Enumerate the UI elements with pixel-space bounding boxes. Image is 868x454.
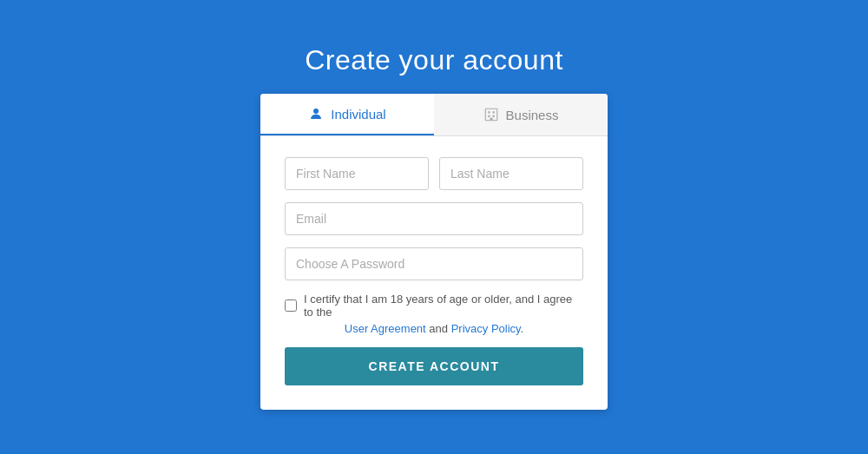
svg-rect-6 <box>490 118 492 121</box>
svg-rect-2 <box>488 111 490 113</box>
password-input[interactable] <box>285 247 583 280</box>
svg-rect-5 <box>492 115 494 117</box>
cert-links: User Agreement and Privacy Policy. <box>345 322 523 335</box>
tab-business[interactable]: Business <box>434 94 608 135</box>
building-icon <box>483 107 499 122</box>
cert-text: I certify that I am 18 years of age or o… <box>304 293 583 319</box>
tab-business-label: Business <box>506 108 559 122</box>
svg-point-0 <box>313 109 319 114</box>
registration-card: Individual Business <box>260 94 608 410</box>
last-name-input[interactable] <box>439 157 583 190</box>
email-input[interactable] <box>285 202 583 235</box>
user-agreement-link[interactable]: User Agreement <box>345 322 426 335</box>
privacy-policy-link[interactable]: Privacy Policy <box>451 322 521 335</box>
page-title: Create your account <box>305 44 563 76</box>
certification-row: I certify that I am 18 years of age or o… <box>285 293 583 335</box>
tab-individual-label: Individual <box>331 107 385 122</box>
name-row <box>285 157 583 190</box>
account-type-tabs: Individual Business <box>260 94 608 136</box>
create-account-button[interactable]: CREATE ACCOUNT <box>285 347 583 385</box>
svg-rect-4 <box>488 115 490 117</box>
person-icon <box>308 106 324 122</box>
first-name-input[interactable] <box>285 157 429 190</box>
registration-form: I certify that I am 18 years of age or o… <box>260 136 608 410</box>
svg-rect-3 <box>492 111 494 113</box>
cert-checkbox[interactable] <box>285 299 297 312</box>
tab-individual[interactable]: Individual <box>260 94 434 135</box>
